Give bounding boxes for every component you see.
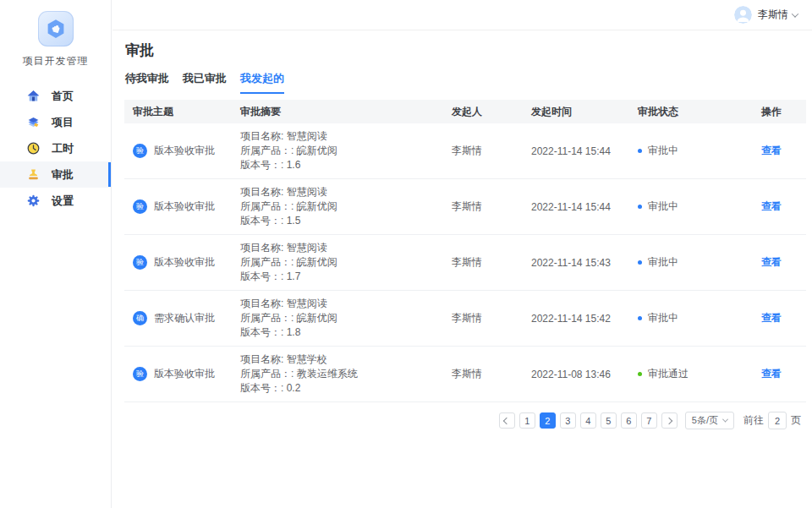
jump-page-input[interactable] (768, 412, 787, 429)
summary-line: 版本号：: 1.5 (240, 214, 435, 228)
summary-line: 版本号：: 1.7 (240, 270, 435, 284)
table-row: 验版本验收审批项目名称: 智慧阅读所属产品：: 皖新优阅版本号：: 1.7李斯情… (124, 235, 806, 291)
status-dot-icon (638, 316, 642, 320)
view-link[interactable]: 查看 (761, 145, 782, 156)
summary-line: 版本号：: 1.8 (240, 325, 435, 340)
summary-line: 所属产品：: 皖新优阅 (240, 255, 435, 270)
column-header-summary: 审批摘要 (232, 100, 443, 123)
status-text: 审批通过 (648, 367, 689, 381)
table-row: 验版本验收审批项目名称: 智慧学校所属产品：: 教装运维系统版本号：: 0.2李… (124, 347, 806, 402)
status-dot-icon (638, 149, 642, 153)
sidebar-item-approvals[interactable]: 审批 (0, 161, 111, 188)
approval-subject: 版本验收审批 (154, 199, 215, 214)
sidebar-item-label: 首页 (52, 89, 74, 104)
sidebar: 项目开发管理 首页 项目 (0, 0, 112, 508)
approval-subject: 需求确认审批 (154, 311, 215, 325)
sidebar-item-label: 工时 (52, 141, 74, 156)
sidebar-nav: 首页 项目 工时 (0, 83, 111, 214)
page-size-select[interactable]: 5条/页 (685, 412, 734, 429)
status-dot-icon (638, 260, 642, 265)
jump-prefix-label: 前往 (743, 413, 764, 428)
summary-lines: 项目名称: 智慧阅读所属产品：: 皖新优阅版本号：: 1.6 (240, 129, 435, 172)
sidebar-item-settings[interactable]: 设置 (0, 188, 111, 214)
summary-lines: 项目名称: 智慧阅读所属产品：: 皖新优阅版本号：: 1.5 (240, 185, 435, 228)
next-page-button[interactable] (661, 412, 678, 429)
page-button-5[interactable]: 5 (601, 412, 617, 429)
page-button-3[interactable]: 3 (560, 412, 576, 429)
approval-subject: 版本验收审批 (154, 367, 215, 381)
approval-table: 审批主题 审批摘要 发起人 发起时间 审批状态 操作 验版本验收审批项目名称: … (124, 100, 806, 402)
stamp-icon (26, 167, 41, 182)
approval-badge-icon: 确 (133, 311, 147, 325)
summary-line: 项目名称: 智慧阅读 (240, 297, 435, 311)
pagination: 1234567 5条/页 前往 页 (124, 412, 801, 429)
tab-initiated-by-me[interactable]: 我发起的 (240, 71, 284, 94)
approval-badge-icon: 验 (133, 199, 147, 214)
page-jump: 前往 页 (743, 412, 801, 429)
clock-icon (26, 141, 41, 156)
initiate-time-cell: 2022-11-08 13:46 (523, 347, 629, 402)
sidebar-item-label: 审批 (52, 167, 74, 183)
chevron-down-icon (792, 10, 798, 17)
initiator-cell: 李斯情 (443, 347, 523, 402)
jump-suffix-label: 页 (791, 413, 801, 428)
status-text: 审批中 (648, 144, 678, 158)
chevron-down-icon (722, 417, 728, 423)
tab-already-approved[interactable]: 我已审批 (183, 71, 227, 94)
page-button-4[interactable]: 4 (580, 412, 596, 429)
column-header-status: 审批状态 (629, 100, 753, 123)
page-button-1[interactable]: 1 (519, 412, 535, 429)
summary-lines: 项目名称: 智慧学校所属产品：: 教装运维系统版本号：: 0.2 (240, 352, 435, 396)
user-menu[interactable]: 李斯情 (734, 6, 798, 24)
chevron-right-icon (666, 417, 672, 423)
sidebar-item-home[interactable]: 首页 (0, 83, 111, 109)
app-title: 项目开发管理 (0, 54, 111, 68)
project-icon (26, 115, 41, 129)
sidebar-item-projects[interactable]: 项目 (0, 109, 111, 135)
page-title: 审批 (125, 41, 801, 60)
column-header-subject: 审批主题 (124, 100, 232, 123)
app-logo-area: 项目开发管理 (0, 0, 111, 68)
page-button-7[interactable]: 7 (641, 412, 657, 429)
user-name: 李斯情 (758, 8, 788, 22)
summary-line: 所属产品：: 皖新优阅 (240, 199, 435, 214)
summary-lines: 项目名称: 智慧阅读所属产品：: 皖新优阅版本号：: 1.7 (240, 241, 435, 284)
approval-badge-icon: 验 (133, 367, 147, 381)
app-logo-icon (38, 11, 74, 46)
approval-subject: 版本验收审批 (154, 255, 215, 270)
column-header-action: 操作 (753, 100, 806, 123)
initiate-time-cell: 2022-11-14 15:42 (523, 291, 629, 347)
initiator-cell: 李斯情 (443, 235, 523, 291)
page-button-2[interactable]: 2 (540, 412, 556, 429)
sidebar-item-label: 项目 (52, 115, 74, 130)
view-link[interactable]: 查看 (761, 256, 782, 268)
summary-line: 所属产品：: 皖新优阅 (240, 311, 435, 325)
view-link[interactable]: 查看 (761, 312, 782, 324)
summary-line: 版本号：: 0.2 (240, 381, 435, 396)
sidebar-item-label: 设置 (52, 194, 74, 209)
table-row: 验版本验收审批项目名称: 智慧阅读所属产品：: 皖新优阅版本号：: 1.5李斯情… (124, 179, 806, 235)
approval-subject: 版本验收审批 (154, 144, 215, 158)
prev-page-button[interactable] (499, 412, 515, 429)
summary-line: 项目名称: 智慧阅读 (240, 185, 435, 199)
view-link[interactable]: 查看 (761, 368, 782, 380)
approval-table-body: 验版本验收审批项目名称: 智慧阅读所属产品：: 皖新优阅版本号：: 1.6李斯情… (124, 123, 806, 402)
status-dot-icon (638, 205, 642, 209)
main-content: 审批 待我审批 我已审批 我发起的 审批主题 审批摘要 发起人 发起时间 审批状… (112, 31, 812, 508)
initiator-cell: 李斯情 (443, 291, 523, 347)
page-button-6[interactable]: 6 (621, 412, 637, 429)
tab-pending-my-approval[interactable]: 待我审批 (125, 71, 169, 94)
view-link[interactable]: 查看 (761, 200, 782, 212)
column-header-initiator: 发起人 (443, 100, 523, 123)
initiate-time-cell: 2022-11-14 15:43 (523, 235, 629, 291)
table-header-row: 审批主题 审批摘要 发起人 发起时间 审批状态 操作 (124, 100, 806, 123)
summary-line: 所属产品：: 教装运维系统 (240, 367, 435, 381)
chevron-left-icon (503, 417, 510, 423)
sidebar-item-hours[interactable]: 工时 (0, 135, 111, 161)
page-numbers: 1234567 (519, 412, 657, 429)
status-text: 审批中 (648, 255, 678, 270)
table-row: 确需求确认审批项目名称: 智慧阅读所属产品：: 皖新优阅版本号：: 1.8李斯情… (124, 291, 806, 347)
summary-line: 所属产品：: 皖新优阅 (240, 144, 435, 158)
status-text: 审批中 (648, 199, 678, 214)
summary-line: 版本号：: 1.6 (240, 158, 435, 172)
